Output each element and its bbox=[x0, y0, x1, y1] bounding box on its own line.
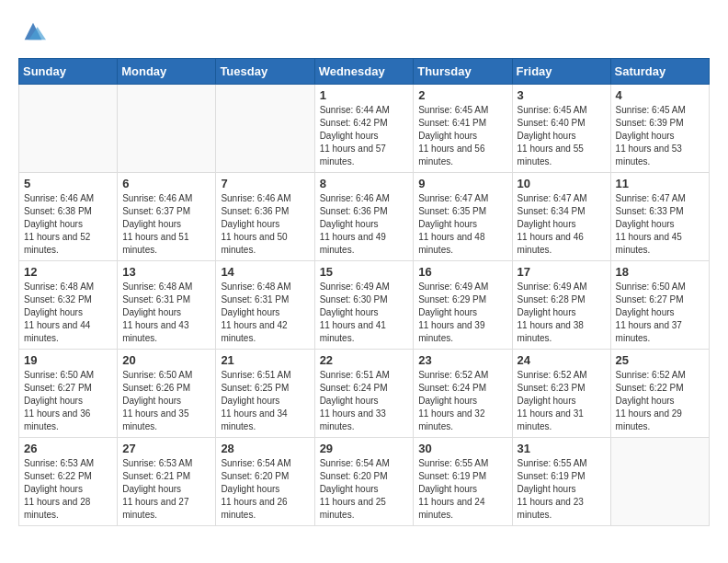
weekday-header: Friday bbox=[512, 59, 610, 85]
calendar-cell: 13 Sunrise: 6:48 AM Sunset: 6:31 PM Dayl… bbox=[118, 261, 216, 350]
calendar-week-row: 1 Sunrise: 6:44 AM Sunset: 6:42 PM Dayli… bbox=[19, 85, 710, 173]
day-number: 18 bbox=[616, 265, 704, 279]
day-info: Sunrise: 6:48 AM Sunset: 6:32 PM Dayligh… bbox=[24, 281, 112, 345]
weekday-header: Monday bbox=[118, 59, 216, 85]
day-number: 21 bbox=[221, 353, 309, 367]
day-number: 15 bbox=[320, 265, 409, 279]
calendar-cell: 19 Sunrise: 6:50 AM Sunset: 6:27 PM Dayl… bbox=[19, 350, 118, 438]
day-info: Sunrise: 6:50 AM Sunset: 6:27 PM Dayligh… bbox=[24, 369, 112, 433]
page-header bbox=[18, 18, 710, 49]
day-info: Sunrise: 6:48 AM Sunset: 6:31 PM Dayligh… bbox=[221, 281, 309, 345]
calendar-cell: 6 Sunrise: 6:46 AM Sunset: 6:37 PM Dayli… bbox=[118, 173, 216, 261]
calendar-cell bbox=[610, 438, 709, 526]
day-info: Sunrise: 6:49 AM Sunset: 6:30 PM Dayligh… bbox=[320, 281, 409, 345]
calendar-cell: 3 Sunrise: 6:45 AM Sunset: 6:40 PM Dayli… bbox=[512, 85, 610, 173]
day-info: Sunrise: 6:53 AM Sunset: 6:22 PM Dayligh… bbox=[24, 457, 112, 522]
day-number: 12 bbox=[24, 265, 112, 279]
calendar-cell: 16 Sunrise: 6:49 AM Sunset: 6:29 PM Dayl… bbox=[414, 261, 512, 350]
day-info: Sunrise: 6:46 AM Sunset: 6:36 PM Dayligh… bbox=[320, 192, 409, 257]
calendar-cell: 12 Sunrise: 6:48 AM Sunset: 6:32 PM Dayl… bbox=[19, 261, 118, 350]
calendar-cell: 24 Sunrise: 6:52 AM Sunset: 6:23 PM Dayl… bbox=[512, 350, 610, 438]
calendar-cell: 26 Sunrise: 6:53 AM Sunset: 6:22 PM Dayl… bbox=[19, 438, 118, 526]
day-info: Sunrise: 6:51 AM Sunset: 6:24 PM Dayligh… bbox=[320, 369, 409, 433]
day-info: Sunrise: 6:52 AM Sunset: 6:23 PM Dayligh… bbox=[518, 369, 606, 433]
calendar-cell: 21 Sunrise: 6:51 AM Sunset: 6:25 PM Dayl… bbox=[216, 350, 314, 438]
calendar-cell: 30 Sunrise: 6:55 AM Sunset: 6:19 PM Dayl… bbox=[414, 438, 512, 526]
day-info: Sunrise: 6:54 AM Sunset: 6:20 PM Dayligh… bbox=[221, 457, 309, 522]
day-info: Sunrise: 6:50 AM Sunset: 6:26 PM Dayligh… bbox=[122, 369, 210, 433]
day-number: 3 bbox=[518, 88, 606, 102]
day-number: 20 bbox=[122, 353, 210, 367]
weekday-header: Thursday bbox=[414, 59, 512, 85]
logo-icon bbox=[20, 18, 46, 44]
weekday-header: Wednesday bbox=[314, 59, 414, 85]
day-info: Sunrise: 6:52 AM Sunset: 6:22 PM Dayligh… bbox=[616, 369, 704, 433]
calendar-cell bbox=[118, 85, 216, 173]
day-number: 16 bbox=[418, 265, 506, 279]
calendar-week-row: 19 Sunrise: 6:50 AM Sunset: 6:27 PM Dayl… bbox=[19, 350, 710, 438]
day-number: 13 bbox=[122, 265, 210, 279]
day-info: Sunrise: 6:47 AM Sunset: 6:34 PM Dayligh… bbox=[518, 192, 606, 257]
weekday-header: Sunday bbox=[19, 59, 118, 85]
day-info: Sunrise: 6:46 AM Sunset: 6:38 PM Dayligh… bbox=[24, 192, 112, 257]
calendar-cell: 18 Sunrise: 6:50 AM Sunset: 6:27 PM Dayl… bbox=[610, 261, 709, 350]
day-number: 14 bbox=[221, 265, 309, 279]
day-info: Sunrise: 6:45 AM Sunset: 6:41 PM Dayligh… bbox=[418, 104, 506, 168]
calendar-cell: 31 Sunrise: 6:55 AM Sunset: 6:19 PM Dayl… bbox=[512, 438, 610, 526]
day-info: Sunrise: 6:45 AM Sunset: 6:39 PM Dayligh… bbox=[616, 104, 704, 168]
logo bbox=[18, 18, 46, 49]
day-number: 27 bbox=[122, 442, 210, 455]
day-number: 24 bbox=[518, 353, 606, 367]
day-number: 19 bbox=[24, 353, 112, 367]
calendar-cell: 28 Sunrise: 6:54 AM Sunset: 6:20 PM Dayl… bbox=[216, 438, 314, 526]
calendar-cell bbox=[216, 85, 314, 173]
day-number: 26 bbox=[24, 442, 112, 455]
day-number: 23 bbox=[418, 353, 506, 367]
calendar-cell: 23 Sunrise: 6:52 AM Sunset: 6:24 PM Dayl… bbox=[414, 350, 512, 438]
day-info: Sunrise: 6:55 AM Sunset: 6:19 PM Dayligh… bbox=[518, 457, 606, 522]
day-info: Sunrise: 6:54 AM Sunset: 6:20 PM Dayligh… bbox=[320, 457, 409, 522]
calendar-cell: 10 Sunrise: 6:47 AM Sunset: 6:34 PM Dayl… bbox=[512, 173, 610, 261]
day-number: 1 bbox=[320, 88, 409, 102]
calendar-cell: 2 Sunrise: 6:45 AM Sunset: 6:41 PM Dayli… bbox=[414, 85, 512, 173]
day-number: 22 bbox=[320, 353, 409, 367]
calendar-cell: 14 Sunrise: 6:48 AM Sunset: 6:31 PM Dayl… bbox=[216, 261, 314, 350]
day-info: Sunrise: 6:50 AM Sunset: 6:27 PM Dayligh… bbox=[616, 281, 704, 345]
calendar-week-row: 5 Sunrise: 6:46 AM Sunset: 6:38 PM Dayli… bbox=[19, 173, 710, 261]
day-info: Sunrise: 6:52 AM Sunset: 6:24 PM Dayligh… bbox=[418, 369, 506, 433]
day-number: 8 bbox=[320, 177, 409, 190]
calendar-cell: 8 Sunrise: 6:46 AM Sunset: 6:36 PM Dayli… bbox=[314, 173, 414, 261]
day-number: 4 bbox=[616, 88, 704, 102]
day-info: Sunrise: 6:47 AM Sunset: 6:33 PM Dayligh… bbox=[616, 192, 704, 257]
day-info: Sunrise: 6:51 AM Sunset: 6:25 PM Dayligh… bbox=[221, 369, 309, 433]
calendar-cell: 27 Sunrise: 6:53 AM Sunset: 6:21 PM Dayl… bbox=[118, 438, 216, 526]
day-info: Sunrise: 6:44 AM Sunset: 6:42 PM Dayligh… bbox=[320, 104, 409, 168]
day-number: 2 bbox=[418, 88, 506, 102]
day-number: 11 bbox=[616, 177, 704, 190]
calendar-week-row: 12 Sunrise: 6:48 AM Sunset: 6:32 PM Dayl… bbox=[19, 261, 710, 350]
day-info: Sunrise: 6:53 AM Sunset: 6:21 PM Dayligh… bbox=[122, 457, 210, 522]
weekday-header: Tuesday bbox=[216, 59, 314, 85]
calendar-cell: 5 Sunrise: 6:46 AM Sunset: 6:38 PM Dayli… bbox=[19, 173, 118, 261]
day-info: Sunrise: 6:47 AM Sunset: 6:35 PM Dayligh… bbox=[418, 192, 506, 257]
weekday-header: Saturday bbox=[610, 59, 709, 85]
day-number: 28 bbox=[221, 442, 309, 455]
day-info: Sunrise: 6:49 AM Sunset: 6:29 PM Dayligh… bbox=[418, 281, 506, 345]
day-number: 17 bbox=[518, 265, 606, 279]
day-number: 5 bbox=[24, 177, 112, 190]
calendar-cell: 20 Sunrise: 6:50 AM Sunset: 6:26 PM Dayl… bbox=[118, 350, 216, 438]
day-number: 30 bbox=[418, 442, 506, 455]
calendar-week-row: 26 Sunrise: 6:53 AM Sunset: 6:22 PM Dayl… bbox=[19, 438, 710, 526]
day-number: 31 bbox=[518, 442, 606, 455]
calendar-cell: 15 Sunrise: 6:49 AM Sunset: 6:30 PM Dayl… bbox=[314, 261, 414, 350]
calendar-cell: 17 Sunrise: 6:49 AM Sunset: 6:28 PM Dayl… bbox=[512, 261, 610, 350]
day-info: Sunrise: 6:48 AM Sunset: 6:31 PM Dayligh… bbox=[122, 281, 210, 345]
day-info: Sunrise: 6:49 AM Sunset: 6:28 PM Dayligh… bbox=[518, 281, 606, 345]
day-number: 7 bbox=[221, 177, 309, 190]
day-info: Sunrise: 6:46 AM Sunset: 6:36 PM Dayligh… bbox=[221, 192, 309, 257]
calendar-cell: 1 Sunrise: 6:44 AM Sunset: 6:42 PM Dayli… bbox=[314, 85, 414, 173]
calendar-cell: 7 Sunrise: 6:46 AM Sunset: 6:36 PM Dayli… bbox=[216, 173, 314, 261]
calendar-cell: 11 Sunrise: 6:47 AM Sunset: 6:33 PM Dayl… bbox=[610, 173, 709, 261]
calendar-cell: 9 Sunrise: 6:47 AM Sunset: 6:35 PM Dayli… bbox=[414, 173, 512, 261]
calendar-cell: 25 Sunrise: 6:52 AM Sunset: 6:22 PM Dayl… bbox=[610, 350, 709, 438]
